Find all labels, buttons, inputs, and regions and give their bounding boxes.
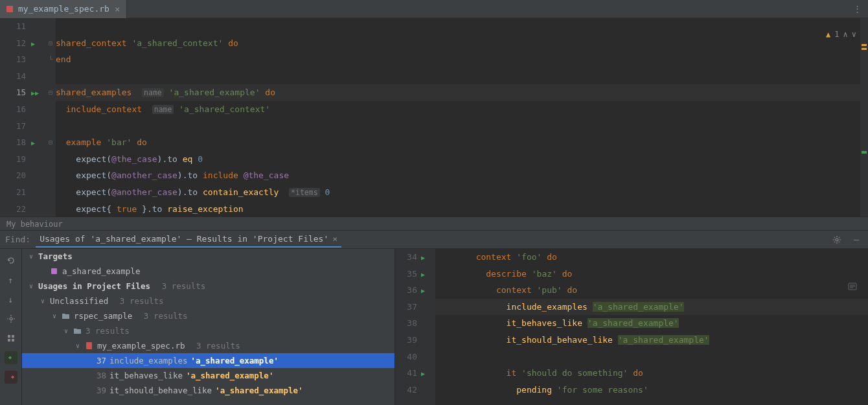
hide-panel-icon[interactable]: — <box>850 233 863 246</box>
find-panel-header: Find: Usages of 'a_shared_example' — Res… <box>0 231 868 249</box>
tree-row[interactable]: ∨Targets <box>22 249 394 264</box>
tree-node-icon <box>50 267 59 275</box>
preview-run-gutter: ▶▶▶▶ <box>421 249 435 405</box>
find-results-tab[interactable]: Usages of 'a_shared_example' — Results i… <box>36 231 341 248</box>
editor-tab-bar: my_example_spec.rb × ⋮ <box>0 0 868 18</box>
tree-row[interactable]: a_shared_example <box>22 264 394 279</box>
tree-node-icon <box>85 341 94 350</box>
tree-row[interactable]: 38 it_behaves_like 'a_shared_example' <box>22 368 394 383</box>
run-line-icon[interactable]: ▶ <box>31 139 35 146</box>
tree-row[interactable]: ∨Usages in Project Files 3 results <box>22 279 394 294</box>
error-stripe[interactable] <box>860 18 868 216</box>
main-editor[interactable]: 111213141516171819202122 ▶▶▶▶ ⊟└⊟⊟ share… <box>0 18 868 216</box>
run-line-icon[interactable]: ▶ <box>421 370 425 377</box>
prev-occurrence-icon[interactable]: ↑ <box>5 273 17 286</box>
run-line-icon[interactable]: ▶▶ <box>31 89 39 97</box>
settings-icon[interactable] <box>830 233 843 246</box>
preview-line-gutter: 343536373839404142 <box>395 249 421 405</box>
preview-code-area[interactable]: context 'foo' do describe 'baz' do conte… <box>435 249 868 405</box>
tree-node-icon <box>62 312 71 320</box>
tree-expand-icon[interactable]: ∨ <box>62 327 70 334</box>
rerun-icon[interactable] <box>5 254 17 267</box>
fold-gutter: ⊟└⊟⊟ <box>45 18 56 216</box>
svg-rect-0 <box>6 6 13 12</box>
tree-row[interactable]: ∨my_example_spec.rb 3 results <box>22 338 394 353</box>
next-occurrence-icon[interactable]: ↓ <box>5 293 17 306</box>
run-line-icon[interactable]: ▶ <box>421 271 425 278</box>
warning-count: 1 <box>834 30 839 39</box>
fold-end-icon: └ <box>49 56 52 63</box>
usage-preview-editor[interactable]: 343536373839404142 ▶▶▶▶ context 'foo' do… <box>395 249 868 405</box>
inspections-widget[interactable]: ▲ 1 ∧ ∨ <box>826 30 856 39</box>
group-by-icon[interactable] <box>5 332 17 345</box>
run-line-icon[interactable]: ▶ <box>31 40 35 47</box>
find-panel-body: ↑ ↓ ∨Targetsa_shared_example∨Usages in P… <box>0 249 868 405</box>
editor-tab[interactable]: my_example_spec.rb × <box>0 0 127 18</box>
warning-icon: ▲ <box>826 30 830 39</box>
find-label: Find: <box>5 235 30 244</box>
tree-expand-icon[interactable]: ∨ <box>27 253 35 260</box>
tree-expand-icon[interactable]: ∨ <box>51 312 58 319</box>
tree-node-icon <box>73 327 82 335</box>
run-line-icon[interactable]: ▶ <box>421 254 425 261</box>
nav-up-icon[interactable]: ∧ <box>843 30 848 39</box>
export-icon[interactable] <box>5 351 17 364</box>
code-area[interactable]: shared_context 'a_shared_context' doends… <box>56 18 868 216</box>
fold-toggle-icon[interactable]: ⊟ <box>49 139 52 146</box>
tree-row[interactable]: ∨Unclassified 3 results <box>22 294 394 308</box>
tab-filename: my_example_spec.rb <box>18 4 109 14</box>
ruby-file-icon <box>5 5 14 14</box>
svg-rect-4 <box>12 335 14 338</box>
line-number-gutter: 111213141516171819202122 <box>0 18 31 216</box>
tree-expand-icon[interactable]: ∨ <box>74 342 82 349</box>
stop-icon[interactable] <box>5 371 17 384</box>
find-tab-title: Usages of 'a_shared_example' — Results i… <box>40 234 328 244</box>
tree-expand-icon[interactable]: ∨ <box>27 283 35 290</box>
svg-rect-5 <box>8 339 10 341</box>
svg-rect-6 <box>12 339 14 341</box>
run-line-icon[interactable]: ▶ <box>421 287 425 294</box>
svg-point-1 <box>836 238 838 241</box>
close-tab-icon[interactable]: × <box>113 4 121 14</box>
svg-rect-3 <box>8 335 10 338</box>
find-toolbar: ↑ ↓ <box>0 249 22 405</box>
tree-row[interactable]: ∨3 results <box>22 323 394 338</box>
tool-settings-icon[interactable] <box>5 312 17 325</box>
fold-toggle-icon[interactable]: ⊟ <box>49 40 52 47</box>
svg-rect-8 <box>86 342 92 349</box>
reader-mode-icon[interactable] <box>847 281 858 294</box>
svg-point-2 <box>10 318 12 320</box>
nav-down-icon[interactable]: ∨ <box>852 30 856 39</box>
breadcrumb-item[interactable]: My behaviour <box>6 220 63 229</box>
tab-overflow-icon[interactable]: ⋮ <box>847 4 868 14</box>
close-find-tab-icon[interactable]: × <box>332 234 337 244</box>
tree-row[interactable]: 39 it_should_behave_like 'a_shared_examp… <box>22 383 394 398</box>
usages-tree[interactable]: ∨Targetsa_shared_example∨Usages in Proje… <box>22 249 395 405</box>
fold-toggle-icon[interactable]: ⊟ <box>49 89 52 96</box>
run-gutter: ▶▶▶▶ <box>31 18 45 216</box>
breadcrumb-bar[interactable]: My behaviour <box>0 216 868 231</box>
svg-rect-7 <box>51 268 57 274</box>
tree-row[interactable]: 37 include_examples 'a_shared_example' <box>22 353 394 368</box>
tree-expand-icon[interactable]: ∨ <box>39 297 47 305</box>
tree-row[interactable]: ∨rspec_sample 3 results <box>22 308 394 323</box>
